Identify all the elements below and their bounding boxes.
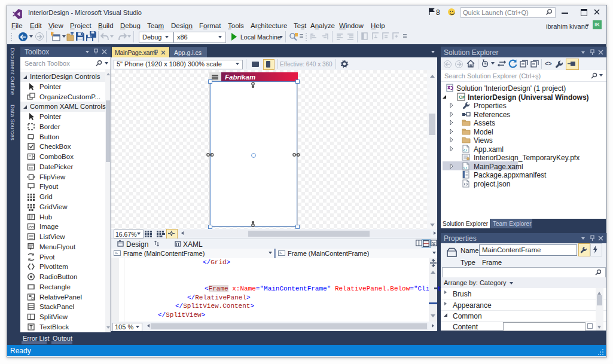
svg-text:C#: C#: [459, 94, 465, 100]
